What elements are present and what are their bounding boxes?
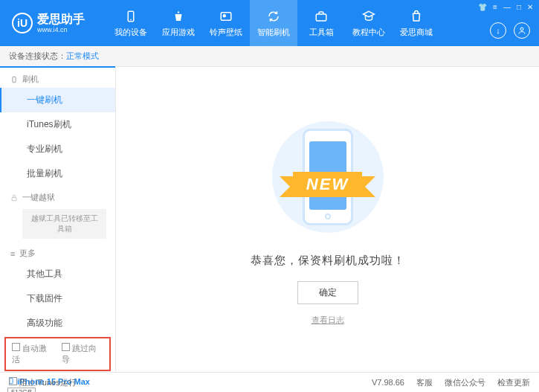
status-prefix: 设备连接状态：	[9, 51, 66, 62]
nav-store[interactable]: 爱思商城	[393, 0, 440, 46]
sidebar-group-more[interactable]: ≡ 更多	[0, 242, 115, 262]
app-header: iU 爱思助手 www.i4.cn 我的设备 应用游戏 铃声壁纸 智能刷机 工具…	[0, 0, 539, 46]
block-itunes-checkbox[interactable]: 阻止iTunes运行	[9, 377, 77, 388]
logo: iU 爱思助手 www.i4.cn	[6, 13, 85, 33]
svg-point-5	[520, 28, 523, 30]
app-name: 爱思助手	[37, 13, 85, 25]
nav-tutorials[interactable]: 教程中心	[345, 0, 393, 46]
sidebar-item-oneclick[interactable]: 一键刷机	[0, 88, 115, 112]
auto-activate-checkbox[interactable]: 自动激活	[12, 343, 54, 365]
svg-rect-2	[221, 12, 231, 20]
logo-icon: iU	[12, 13, 33, 33]
footer-link-update[interactable]: 检查更新	[497, 377, 530, 388]
sidebar-item-pro[interactable]: 专业刷机	[0, 137, 115, 161]
image-icon	[219, 9, 233, 24]
view-log-link[interactable]: 查看日志	[312, 315, 344, 326]
device-icon	[123, 9, 138, 24]
close-icon[interactable]: ✕	[527, 3, 533, 11]
jailbreak-note: 越狱工具已转移至工具箱	[22, 209, 106, 239]
sidebar: 刷机 一键刷机 iTunes刷机 专业刷机 批量刷机 一键越狱 越狱工具已转移至…	[0, 67, 116, 372]
success-illustration: NEW	[254, 114, 402, 240]
top-nav: 我的设备 应用游戏 铃声壁纸 智能刷机 工具箱 教程中心 爱思商城	[107, 0, 440, 46]
store-icon	[409, 9, 424, 24]
svg-rect-6	[13, 77, 16, 83]
lock-icon	[10, 194, 18, 202]
minimize-icon[interactable]: —	[503, 3, 511, 11]
menu-icon[interactable]: ≡	[493, 3, 497, 11]
footer-link-support[interactable]: 客服	[416, 377, 433, 388]
sidebar-item-advanced[interactable]: 高级功能	[0, 311, 115, 335]
nav-toolbox[interactable]: 工具箱	[297, 0, 345, 46]
apps-icon	[171, 9, 186, 24]
svg-rect-7	[12, 197, 16, 200]
download-button[interactable]: ↓	[490, 22, 506, 39]
device-storage: 512GB	[7, 388, 36, 392]
toolbox-icon	[314, 9, 329, 24]
sidebar-item-download-fw[interactable]: 下载固件	[0, 286, 115, 311]
footer-link-wechat[interactable]: 微信公众号	[445, 377, 485, 388]
sidebar-item-itunes[interactable]: iTunes刷机	[0, 112, 115, 137]
sidebar-group-jailbreak: 一键越狱	[0, 186, 115, 206]
menu-lines-icon: ≡	[10, 249, 15, 258]
maximize-icon[interactable]: □	[517, 3, 521, 11]
sidebar-item-batch[interactable]: 批量刷机	[0, 161, 115, 186]
success-message: 恭喜您，保资料刷机成功啦！	[251, 254, 405, 268]
skip-guide-checkbox[interactable]: 跳过向导	[62, 343, 104, 365]
nav-ringtones[interactable]: 铃声壁纸	[202, 0, 250, 46]
main-content: NEW 恭喜您，保资料刷机成功啦！ 确定 查看日志	[116, 67, 539, 372]
sidebar-item-othertools[interactable]: 其他工具	[0, 262, 115, 286]
ok-button[interactable]: 确定	[297, 281, 358, 304]
window-controls: 👕 ≡ — □ ✕	[478, 3, 533, 11]
nav-my-device[interactable]: 我的设备	[107, 0, 155, 46]
header-actions: ↓	[490, 22, 530, 39]
app-site: www.i4.cn	[37, 27, 85, 33]
skin-icon[interactable]: 👕	[478, 3, 487, 11]
version-label: V7.98.66	[372, 378, 404, 387]
svg-rect-4	[316, 14, 326, 21]
nav-apps[interactable]: 应用游戏	[155, 0, 202, 46]
svg-point-3	[223, 14, 225, 16]
new-ribbon: NEW	[293, 172, 362, 197]
phone-icon	[10, 76, 18, 83]
refresh-icon	[266, 9, 281, 24]
tutorial-icon	[361, 9, 376, 24]
status-mode: 正常模式	[66, 51, 99, 62]
status-bar: 设备连接状态： 正常模式	[0, 46, 539, 67]
sidebar-group-flash[interactable]: 刷机	[0, 66, 115, 88]
nav-flash[interactable]: 智能刷机	[250, 0, 297, 46]
options-highlight: 自动激活 跳过向导	[4, 337, 111, 371]
user-button[interactable]	[514, 22, 530, 39]
